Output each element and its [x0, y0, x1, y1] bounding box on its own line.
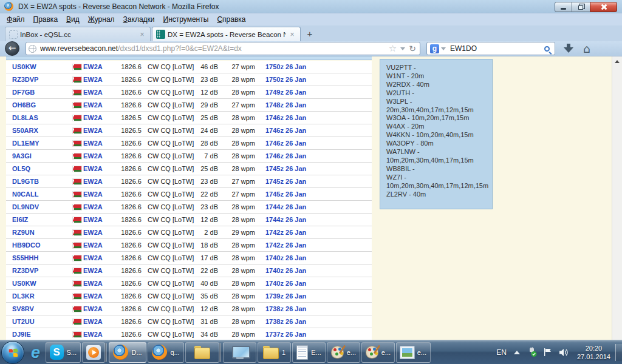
url-domain: www.reversebeacon.net	[40, 44, 118, 53]
spotter-callsign-link[interactable]: N0CALL	[6, 190, 73, 198]
bookmark-star-icon[interactable]	[389, 43, 397, 54]
spotter-callsign-link[interactable]: US0KW	[6, 280, 73, 287]
spotter-callsign-link[interactable]: S55HHH	[6, 254, 73, 261]
spotter-callsign-link[interactable]: 9A3GI	[6, 152, 73, 160]
start-button[interactable]	[1, 341, 24, 364]
dx-callsign-link[interactable]: EW2A	[83, 63, 103, 70]
url-text[interactable]: www.reversebeacon.net/dxsd1/dxsd1.php?f=…	[40, 44, 389, 53]
taskbar-firefox-button-active[interactable]: D...	[109, 342, 146, 363]
dx-callsign-link[interactable]: EW2A	[83, 190, 103, 198]
taskbar-notepad-button[interactable]: E...	[292, 342, 326, 363]
search-bar[interactable]	[426, 42, 555, 55]
language-indicator[interactable]: EN	[496, 348, 507, 357]
spotter-callsign-link[interactable]: DJ9IE	[6, 331, 73, 338]
dx-callsign-link[interactable]: EW2A	[83, 267, 103, 274]
spotter-callsign-link[interactable]: S50ARX	[6, 127, 73, 134]
taskbar-computer-button[interactable]	[223, 342, 256, 363]
menu-item[interactable]: Закладки	[119, 14, 159, 25]
spotter-callsign-link[interactable]: DL9GTB	[6, 178, 73, 185]
restore-button[interactable]	[572, 2, 590, 12]
dx-callsign-link[interactable]: EW2A	[83, 241, 103, 249]
dx-callsign-link[interactable]: EW2A	[83, 229, 103, 236]
dx-callsign-link[interactable]: EW2A	[83, 280, 103, 287]
taskbar-folder-button[interactable]: 1	[258, 342, 291, 363]
spotter-callsign-link[interactable]: DF7GB	[6, 89, 73, 96]
taskbar-ie-button[interactable]	[27, 342, 44, 363]
urlbar-dropdown-icon[interactable]	[400, 47, 405, 50]
tab-close-icon[interactable]: ×	[288, 30, 296, 39]
address-bar[interactable]: www.reversebeacon.net/dxsd1/dxsd1.php?f=…	[26, 42, 420, 55]
close-button[interactable]	[590, 2, 617, 12]
taskbar-explorer-button[interactable]	[185, 342, 219, 363]
new-tab-button[interactable]: +	[302, 29, 317, 40]
dx-callsign-link[interactable]: EW2A	[83, 292, 103, 300]
tab-close-icon[interactable]: ×	[138, 30, 146, 39]
dx-callsign-link[interactable]: EW2A	[83, 216, 103, 223]
dx-callsign-link[interactable]: EW2A	[83, 114, 103, 121]
spotter-callsign-link[interactable]: DL3KR	[6, 292, 73, 300]
taskbar-paint-button-2[interactable]: e...	[361, 342, 395, 363]
menu-item[interactable]: Журнал	[84, 14, 119, 25]
dx-callsign-link[interactable]: EW2A	[83, 165, 103, 172]
menu-item[interactable]: Файл	[2, 14, 29, 25]
signal-db: 2 dB	[196, 229, 218, 236]
spotter-callsign-link[interactable]: DL9NDV	[6, 203, 73, 211]
spotter-callsign-link[interactable]: RZ3DVP	[6, 267, 73, 274]
taskbar-skype-button[interactable]: S...	[46, 342, 81, 363]
belarus-flag-icon	[73, 179, 81, 184]
spotter-callsign-link[interactable]: DL8LAS	[6, 114, 73, 121]
speaker-icon[interactable]	[558, 348, 569, 357]
tab-inbox-eqsl[interactable]: InBox - eQSL.cc ×	[5, 27, 151, 41]
usb-device-icon[interactable]	[527, 347, 538, 357]
dx-callsign-link[interactable]: EW2A	[83, 140, 103, 147]
spotter-callsign-link[interactable]: OH6BG	[6, 101, 73, 109]
menu-item[interactable]: Вид	[62, 14, 84, 25]
scroll-up-arrow-icon[interactable]	[612, 56, 622, 67]
hidden-icons-arrow-icon[interactable]	[514, 351, 520, 354]
dx-callsign-link[interactable]: EW2A	[83, 254, 103, 261]
search-magnifier-icon[interactable]	[544, 46, 550, 52]
dx-callsign-link[interactable]: EW2A	[83, 89, 103, 96]
dx-callsign-link[interactable]: EW2A	[83, 76, 103, 83]
dx-callsign-link[interactable]: EW2A	[83, 101, 103, 109]
taskbar-firefox-button-2[interactable]: q...	[148, 342, 184, 363]
search-input[interactable]	[450, 44, 544, 53]
dx-callsign-link[interactable]: EW2A	[83, 203, 103, 211]
spotter-callsign-link[interactable]: SV8RV	[6, 305, 73, 312]
spotter-callsign-link[interactable]: US0KW	[6, 63, 73, 70]
spotter-callsign-link[interactable]: RZ3DVP	[6, 76, 73, 83]
dx-cell: EW2A	[73, 101, 106, 109]
taskbar-paint-button-1[interactable]: e...	[327, 342, 360, 363]
dx-cell: EW2A	[73, 63, 106, 70]
search-engine-dropdown-icon[interactable]	[441, 47, 446, 50]
dx-callsign-link[interactable]: EW2A	[83, 127, 103, 134]
taskbar-photo-viewer-button[interactable]: e...	[396, 342, 431, 363]
spotter-callsign-link[interactable]: RZ9UN	[6, 229, 73, 236]
google-icon[interactable]	[430, 44, 439, 53]
menu-item[interactable]: Справка	[213, 14, 250, 25]
taskbar-clock[interactable]: 20:20 27.01.2014	[577, 344, 610, 361]
back-button[interactable]	[5, 41, 19, 56]
tab-rbn-spots[interactable]: DX = EW2A spots - Reverse Beacon N... ×	[152, 27, 301, 41]
menu-item[interactable]: Инструменты	[159, 14, 213, 25]
dx-callsign-link[interactable]: EW2A	[83, 178, 103, 185]
spotter-callsign-link[interactable]: UT2UU	[6, 318, 73, 325]
spotter-callsign-link[interactable]: EI6IZ	[6, 216, 73, 223]
spotter-callsign-link[interactable]: DL1EMY	[6, 140, 73, 147]
home-button[interactable]	[583, 43, 590, 55]
spotter-callsign-link[interactable]: HB9DCO	[6, 241, 73, 249]
page-scrollbar[interactable]	[612, 56, 622, 340]
show-desktop-button[interactable]	[615, 344, 622, 361]
minimize-button[interactable]	[555, 2, 572, 12]
dx-callsign-link[interactable]: EW2A	[83, 152, 103, 160]
reload-icon[interactable]	[409, 44, 416, 53]
dx-callsign-link[interactable]: EW2A	[83, 305, 103, 312]
menu-item[interactable]: Правка	[29, 14, 63, 25]
sidebar-spotter-line: W1NT - 20m	[386, 72, 492, 81]
spotter-callsign-link[interactable]: OL5Q	[6, 165, 73, 172]
action-center-flag-icon[interactable]	[543, 348, 553, 357]
dx-callsign-link[interactable]: EW2A	[83, 331, 103, 338]
taskbar-wmp-button[interactable]	[82, 342, 105, 363]
dx-callsign-link[interactable]: EW2A	[83, 318, 103, 325]
downloads-button[interactable]	[564, 44, 573, 53]
